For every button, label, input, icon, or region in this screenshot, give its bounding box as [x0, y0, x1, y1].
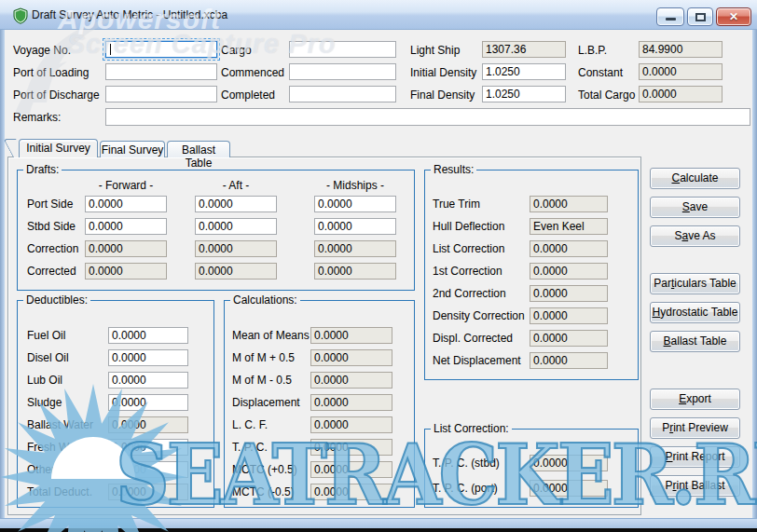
total-deduct-label: Total Deduct. [27, 485, 92, 498]
port-of-discharge-input[interactable] [105, 86, 217, 102]
displacement-label: Displacement [232, 396, 300, 409]
mctc-0-5-field: 0.0000 [310, 484, 392, 500]
2nd-correction-label: 2nd Correction [433, 287, 506, 300]
disel-oil-label: Disel Oil [27, 351, 69, 364]
ballast-table-button[interactable]: Ballast Table [650, 331, 740, 352]
constant-field: 0.0000 [639, 63, 723, 80]
port-side-2-field[interactable]: 0.0000 [314, 196, 396, 212]
print-ballast-button[interactable]: Print Ballast [650, 475, 740, 497]
correction-2-field: 0.0000 [314, 240, 396, 257]
sludge-label: Sludge [27, 396, 62, 409]
port-of-loading-label: Port of Loading [13, 66, 89, 79]
particulars-table-button[interactable]: Particulars Table [650, 273, 740, 294]
list-correction-group-title: List Correction: [431, 422, 512, 435]
hydrostatic-table-button[interactable]: Hydrostatic Table [650, 302, 740, 323]
mctc-0-5-field: 0.0000 [310, 461, 392, 478]
titlebar[interactable]: Draft Survey Auto Metric - Untitled.xcba… [0, 0, 757, 30]
print-report-button[interactable]: Print Report [650, 446, 740, 468]
other-label: Other [27, 463, 55, 476]
print-preview-button[interactable]: Print Preview [650, 417, 740, 439]
m-of-m-0-5-field: 0.0000 [310, 372, 392, 389]
deductibles-group-title: Deductibles: [23, 293, 90, 307]
mctc-0-5-label: MCTC (-0.5) [232, 485, 295, 498]
m-of-m-0-5-label: M of M + 0.5 [232, 351, 295, 364]
screenshot-root: Draft Survey Auto Metric - Untitled.xcba… [0, 0, 757, 532]
minimize-icon [666, 18, 676, 20]
text-caret [110, 44, 111, 55]
drafts-group: Drafts: - Forward - - Aft - - Midships -… [17, 170, 415, 291]
close-button[interactable]: ✕ [716, 7, 751, 26]
port-of-loading-input[interactable] [105, 63, 217, 80]
lub-oil-field[interactable]: 0.0000 [108, 372, 188, 389]
t-p-c-port-field: 0.0000 [530, 480, 608, 497]
fresh-water-field[interactable]: 0.0000 [108, 439, 188, 456]
lbp-field: 84.9900 [639, 41, 723, 58]
completed-input[interactable] [289, 86, 396, 102]
other-field[interactable]: 0.0000 [108, 461, 188, 478]
disel-oil-field[interactable]: 0.0000 [108, 349, 188, 366]
t-p-c-field: 0.0000 [310, 439, 392, 456]
drafts-group-title: Drafts: [23, 163, 62, 176]
window-title: Draft Survey Auto Metric - Untitled.xcba [32, 8, 227, 21]
light-ship-label: Light Ship [410, 44, 460, 57]
midships-column-header: - Midships - [314, 179, 396, 192]
calculate-button[interactable]: Calculate [650, 168, 740, 189]
mctc-0-5-label: MCTC (+0.5) [232, 463, 297, 476]
final-density-input[interactable]: 1.0250 [482, 86, 566, 102]
fresh-water-label: Fresh Water [27, 441, 89, 454]
maximize-icon [695, 13, 706, 21]
window-border-right [752, 30, 757, 528]
minimize-button[interactable] [656, 7, 684, 26]
ballast-water-label: Ballast Water [27, 418, 93, 431]
maximize-button[interactable] [687, 7, 713, 26]
displ-corrected-label: Displ. Corrected [433, 332, 513, 345]
tab-initial-survey[interactable]: Initial Survey [19, 139, 98, 157]
1st-correction-field: 0.0000 [530, 263, 608, 280]
initial-density-label: Initial Density [410, 66, 476, 79]
commenced-input[interactable] [289, 63, 396, 80]
ballast-water-field: 0.0000 [108, 416, 188, 433]
correction-label: Correction [27, 242, 78, 255]
stbd-side-2-field[interactable]: 0.0000 [314, 218, 396, 235]
m-of-m-0-5-field: 0.0000 [310, 349, 392, 366]
calculations-group: Calculations: Mean of Means0.0000M of M … [224, 300, 415, 508]
corrected-1-field: 0.0000 [195, 263, 277, 280]
constant-label: Constant [578, 66, 623, 79]
hull-deflection-field: Even Keel [530, 218, 608, 235]
stbd-side-1-field[interactable]: 0.0000 [195, 218, 277, 235]
cargo-input[interactable] [289, 41, 396, 58]
displacement-field: 0.0000 [310, 394, 392, 411]
port-side-0-field[interactable]: 0.0000 [85, 196, 167, 212]
remarks-label: Remarks: [13, 111, 61, 124]
light-ship-field: 1307.36 [482, 41, 566, 58]
completed-label: Completed [221, 89, 275, 102]
t-p-c-port-label: T. P. C. (port) [433, 482, 498, 495]
tab-final-survey[interactable]: Final Survey [100, 141, 165, 157]
save-as-button[interactable]: Save As [650, 225, 740, 247]
calculations-group-title: Calculations: [230, 293, 300, 307]
t-p-c-label: T. P. C. [232, 441, 268, 454]
forward-column-header: - Forward - [85, 179, 167, 192]
port-side-1-field[interactable]: 0.0000 [195, 196, 277, 212]
stbd-side-0-field[interactable]: 0.0000 [85, 218, 167, 235]
net-displacement-label: Net Displacement [433, 354, 521, 367]
voyage-no-input[interactable] [105, 41, 217, 58]
initial-density-input[interactable]: 1.0250 [482, 63, 566, 80]
save-button[interactable]: Save [650, 197, 740, 218]
list-correction-group: List Correction: T. P. C. (stbd)0.0000T.… [424, 429, 639, 508]
total-deduct-field: 0.0000 [108, 484, 188, 500]
true-trim-label: True Trim [433, 198, 480, 211]
sludge-field[interactable]: 0.0000 [108, 394, 188, 411]
final-density-label: Final Density [410, 89, 475, 102]
remarks-input[interactable] [105, 108, 750, 126]
screenshot-bottom-edge [0, 528, 757, 532]
lbp-label: L.B.P. [578, 44, 607, 57]
density-correction-label: Density Correction [433, 309, 525, 322]
net-displacement-field: 0.0000 [530, 352, 608, 369]
export-button[interactable]: Export [650, 389, 740, 410]
tab-ballast-table[interactable]: Ballast Table [167, 141, 230, 157]
fuel-oil-field[interactable]: 0.0000 [108, 327, 188, 344]
corrected-label: Corrected [27, 265, 76, 278]
port-of-discharge-label: Port of Discharge [13, 89, 100, 102]
results-group-title: Results: [431, 163, 476, 176]
